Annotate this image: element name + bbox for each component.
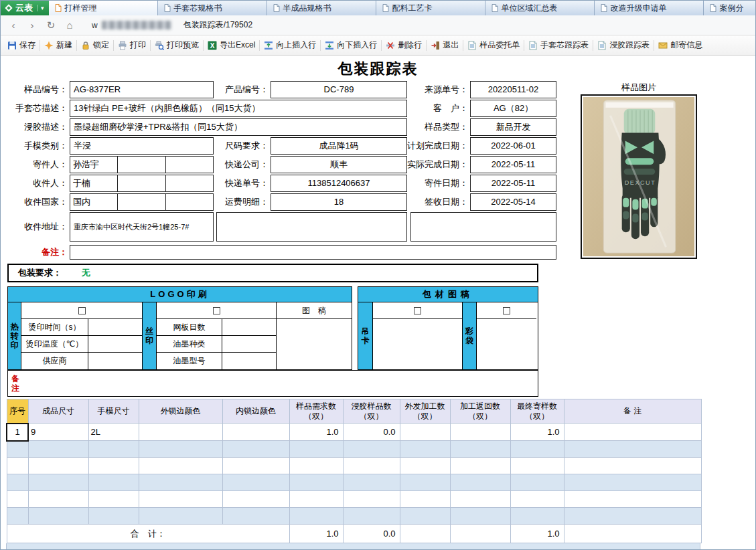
product-no-field[interactable]: DC-789	[271, 81, 407, 98]
country-cell[interactable]	[165, 194, 213, 210]
export-excel-button[interactable]: X 导出Excel	[204, 35, 259, 55]
grid-cell-inner-color[interactable]	[222, 424, 289, 441]
ink-model-field[interactable]	[222, 353, 276, 369]
grid-empty-cell[interactable]	[289, 491, 343, 508]
tab-case-analysis[interactable]: 案例分	[704, 1, 755, 15]
home-icon[interactable]: ⌂	[64, 19, 76, 31]
new-button[interactable]: 新建	[40, 35, 76, 55]
grid-empty-cell[interactable]	[289, 441, 343, 458]
grid-empty-cell[interactable]	[400, 458, 450, 474]
country-field[interactable]: 国内	[70, 193, 214, 211]
address-extra-field[interactable]	[216, 212, 407, 242]
ink-type-field[interactable]	[222, 336, 276, 352]
grid-empty-cell[interactable]	[450, 441, 510, 458]
grid-empty-cell[interactable]	[400, 491, 450, 508]
delete-row-button[interactable]: 删除行	[382, 35, 426, 55]
grid-empty-cell[interactable]	[564, 458, 701, 474]
receiver-cell[interactable]	[117, 175, 165, 191]
address-extra-field[interactable]	[410, 212, 556, 242]
source-no-field[interactable]: 20220511-02	[470, 81, 556, 98]
tab-proofing-management[interactable]: 打样管理	[49, 1, 158, 15]
grid-empty-cell[interactable]	[88, 474, 139, 491]
grid-empty-cell[interactable]	[139, 508, 222, 525]
grid-empty-cell[interactable]	[510, 491, 564, 508]
mold-type-field[interactable]: 半浸	[70, 137, 214, 155]
lock-button[interactable]: 锁定	[77, 35, 113, 55]
brand-dropdown-caret[interactable]: ▾	[37, 5, 48, 11]
color-bag-checkbox[interactable]	[503, 307, 510, 314]
grid-empty-cell[interactable]	[28, 441, 88, 458]
hot-stamp-supplier-field[interactable]	[88, 353, 142, 369]
forward-icon[interactable]: ›	[26, 19, 38, 31]
grid-cell-returned[interactable]	[450, 424, 510, 441]
grid-empty-cell[interactable]	[88, 508, 139, 525]
grid-empty-cell[interactable]	[564, 474, 701, 491]
grid-empty-cell[interactable]	[88, 441, 139, 458]
country-cell[interactable]: 国内	[70, 194, 117, 210]
insert-row-above-button[interactable]: 向上插入行	[260, 35, 320, 55]
grid-cell-finished-size[interactable]: 9	[28, 424, 88, 441]
back-icon[interactable]: ‹	[7, 19, 19, 31]
grid-cell-outer-color[interactable]	[139, 424, 222, 441]
sender-cell[interactable]	[165, 157, 213, 173]
grid-empty-cell[interactable]	[343, 474, 400, 491]
color-bag-field[interactable]	[477, 319, 536, 369]
ship-date-field[interactable]: 2022-05-11	[470, 175, 556, 192]
packaging-requirement-box[interactable]: 包装要求： 无	[7, 264, 538, 282]
courier-field[interactable]: 顺丰	[271, 156, 407, 173]
grid-empty-cell[interactable]	[222, 474, 289, 491]
core-desc-field[interactable]: 13针绿白 PE+玻纤（内胆色橡筋）（同15大货）	[70, 100, 407, 117]
grid-empty-cell[interactable]	[139, 441, 222, 458]
grid-empty-cell[interactable]	[400, 474, 450, 491]
exit-button[interactable]: 退出	[427, 35, 463, 55]
sample-type-field[interactable]: 新品开发	[470, 118, 556, 136]
tab-glove-core-spec[interactable]: 手套芯规格书	[158, 1, 267, 15]
grid-empty-cell[interactable]	[400, 508, 450, 525]
receiver-cell[interactable]: 于楠	[70, 175, 117, 191]
sample-commission-form-button[interactable]: 样品委托单	[463, 35, 524, 55]
grid-cell-seq[interactable]: 1	[7, 424, 28, 441]
glove-core-tracking-button[interactable]: 手套芯跟踪表	[524, 35, 593, 55]
grid-cell-remark[interactable]	[564, 424, 701, 441]
grid-empty-cell[interactable]	[343, 508, 400, 525]
insert-row-below-button[interactable]: 向下插入行	[321, 35, 381, 55]
grid-cell-outsourced[interactable]	[400, 424, 450, 441]
grid-empty-cell[interactable]	[450, 491, 510, 508]
grid-empty-cell[interactable]	[7, 508, 28, 525]
hang-tag-checkbox[interactable]	[414, 307, 421, 314]
grid-empty-cell[interactable]	[510, 458, 564, 474]
grid-empty-cell[interactable]	[222, 508, 289, 525]
draft-field[interactable]	[277, 319, 352, 369]
grid-empty-cell[interactable]	[343, 491, 400, 508]
tab-upgrade-application[interactable]: 改造升级申请单	[595, 1, 704, 15]
grid-empty-cell[interactable]	[28, 474, 88, 491]
silk-print-checkbox[interactable]	[213, 307, 220, 314]
freight-field[interactable]: 18	[271, 193, 407, 211]
grid-empty-cell[interactable]	[450, 458, 510, 474]
tracking-no-field[interactable]: 1138512406637	[271, 175, 407, 192]
dip-desc-field[interactable]: 墨绿超细磨砂掌浸+TPR&搭扣（同15大货）	[70, 118, 407, 136]
grid-empty-cell[interactable]	[343, 458, 400, 474]
receiver-field[interactable]: 于楠	[70, 175, 214, 192]
brand-button[interactable]: 云表 ▾	[1, 1, 49, 15]
grid-empty-cell[interactable]	[7, 458, 28, 474]
hang-tag-field[interactable]	[373, 319, 462, 369]
address-field[interactable]: 重庆市渝中区时代天街2号1幢25-7#	[70, 212, 214, 242]
mail-info-button[interactable]: 邮寄信息	[654, 35, 706, 55]
receiver-cell[interactable]	[165, 175, 213, 191]
tab-ingredient-process-card[interactable]: 配料工艺卡	[376, 1, 485, 15]
customer-field[interactable]: AG（82）	[470, 100, 556, 117]
grid-empty-cell[interactable]	[88, 458, 139, 474]
grid-empty-cell[interactable]	[564, 508, 701, 525]
hot-stamp-time-field[interactable]	[88, 319, 142, 335]
tab-semi-finished-spec[interactable]: 半成品规格书	[267, 1, 376, 15]
grid-empty-cell[interactable]	[139, 458, 222, 474]
grid-empty-cell[interactable]	[7, 474, 28, 491]
grid-empty-cell[interactable]	[139, 474, 222, 491]
grid-empty-cell[interactable]	[510, 508, 564, 525]
grid-cell-mold-size[interactable]: 2L	[88, 424, 139, 441]
form-remark-field[interactable]	[70, 245, 556, 260]
grid-empty-cell[interactable]	[510, 441, 564, 458]
grid-empty-cell[interactable]	[400, 441, 450, 458]
mesh-count-field[interactable]	[222, 319, 276, 335]
